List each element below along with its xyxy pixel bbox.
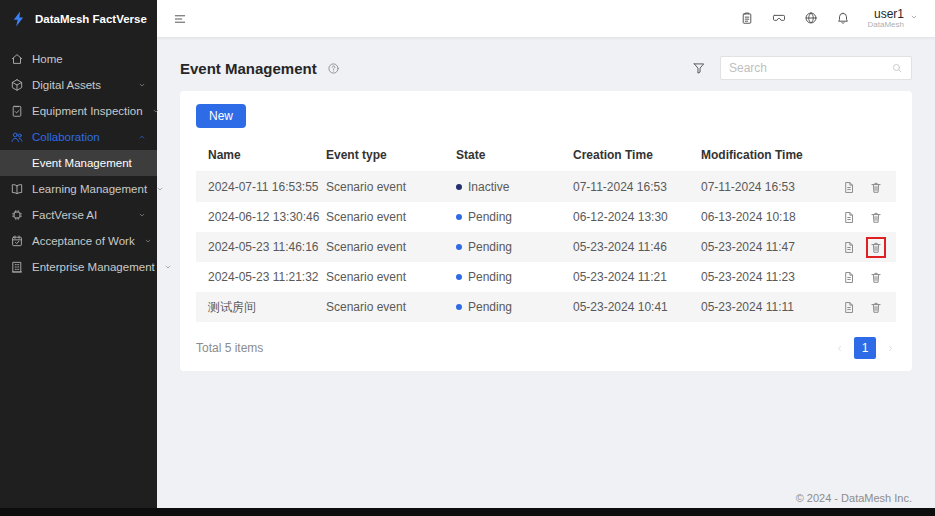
total-items-label: Total 5 items xyxy=(196,341,263,355)
cell-creation-time: 06-12-2024 13:30 xyxy=(573,210,701,224)
row-actions xyxy=(841,269,884,286)
user-name: user1 xyxy=(874,8,904,21)
column-header: Name xyxy=(208,148,326,162)
row-actions xyxy=(841,179,884,196)
cell-creation-time: 05-23-2024 11:21 xyxy=(573,270,701,284)
cell-state: Pending xyxy=(456,210,573,224)
cell-name: 测试房间 xyxy=(208,299,326,316)
brand: DataMesh FactVerse xyxy=(0,0,157,37)
topbar: user1 DataMesh xyxy=(157,0,935,37)
cell-name: 2024-06-12 13:30:46 xyxy=(208,210,326,224)
table-row: 2024-05-23 11:46:16Scenario eventPending… xyxy=(196,232,896,262)
state-dot xyxy=(456,244,462,250)
cell-event-type: Scenario event xyxy=(326,210,456,224)
cell-modification-time: 07-11-2024 16:53 xyxy=(701,180,849,194)
notification-bell-icon xyxy=(836,11,850,25)
trash-icon xyxy=(869,300,883,315)
cell-creation-time: 07-11-2024 16:53 xyxy=(573,180,701,194)
column-header: Event type xyxy=(326,148,456,162)
cell-state: Inactive xyxy=(456,180,573,194)
trash-icon xyxy=(869,180,883,195)
row-detail-button[interactable] xyxy=(841,179,857,196)
inspection-icon xyxy=(10,104,24,118)
sidebar-item-label: Home xyxy=(32,53,63,65)
acceptance-icon xyxy=(10,234,24,248)
search-box xyxy=(720,56,912,80)
chevron-down-icon xyxy=(151,106,161,116)
cell-creation-time: 05-23-2024 10:41 xyxy=(573,300,701,314)
file-text-icon xyxy=(842,270,856,285)
sidebar-item-label: Event Management xyxy=(32,157,132,169)
file-text-icon xyxy=(842,210,856,225)
sidebar-item-label: Equipment Inspection xyxy=(32,105,143,117)
sidebar-item-digital-assets[interactable]: Digital Assets xyxy=(0,72,157,98)
pagination-prev-button[interactable] xyxy=(834,343,845,354)
sidebar-item-event-management[interactable]: Event Management xyxy=(0,150,157,176)
main-area: user1 DataMesh Event Management New Name… xyxy=(157,0,935,516)
sidebar-item-learning-management[interactable]: Learning Management xyxy=(0,176,157,202)
cell-event-type: Scenario event xyxy=(326,240,456,254)
pagination-next-button[interactable] xyxy=(885,343,896,354)
cell-name: 2024-05-23 11:21:32 xyxy=(208,270,326,284)
chevron-left-icon xyxy=(834,343,845,354)
sidebar-item-label: Enterprise Management xyxy=(32,261,155,273)
trash-icon xyxy=(869,240,883,255)
vr-headset-button[interactable] xyxy=(772,11,786,25)
row-delete-button[interactable] xyxy=(868,269,884,286)
state-dot xyxy=(456,304,462,310)
page-header: Event Management xyxy=(180,55,912,81)
table-row: 2024-06-12 13:30:46Scenario eventPending… xyxy=(196,202,896,232)
copyright-text: © 2024 - DataMesh Inc. xyxy=(796,492,912,504)
brand-name: DataMesh FactVerse xyxy=(35,13,147,25)
search-input[interactable] xyxy=(729,61,891,75)
search-icon xyxy=(891,62,903,74)
row-detail-button[interactable] xyxy=(841,209,857,226)
vr-headset-icon xyxy=(772,11,786,25)
notification-bell-button[interactable] xyxy=(836,11,850,25)
cell-modification-time: 05-23-2024 11:47 xyxy=(701,240,849,254)
table-row: 2024-05-23 11:21:32Scenario eventPending… xyxy=(196,262,896,292)
sidebar-item-acceptance-of-work[interactable]: Acceptance of Work xyxy=(0,228,157,254)
sidebar-item-home[interactable]: Home xyxy=(0,46,157,72)
sidebar-item-label: FactVerse AI xyxy=(32,209,97,221)
user-menu[interactable]: user1 DataMesh xyxy=(868,8,919,30)
user-organization: DataMesh xyxy=(868,21,904,30)
sidebar-item-enterprise-management[interactable]: Enterprise Management xyxy=(0,254,157,280)
filter-button[interactable] xyxy=(692,61,706,75)
help-icon[interactable] xyxy=(324,62,337,75)
row-detail-button[interactable] xyxy=(841,239,857,256)
brand-logo-icon xyxy=(10,10,28,28)
row-delete-button[interactable] xyxy=(868,179,884,196)
assets-icon xyxy=(10,78,24,92)
row-delete-button[interactable] xyxy=(868,209,884,226)
sidebar-item-equipment-inspection[interactable]: Equipment Inspection xyxy=(0,98,157,124)
sidebar-item-factverse-ai[interactable]: FactVerse AI xyxy=(0,202,157,228)
sidebar-item-label: Collaboration xyxy=(32,131,100,143)
row-delete-button[interactable] xyxy=(868,299,884,316)
column-header: State xyxy=(456,148,573,162)
sidebar-toggle-button[interactable] xyxy=(173,12,187,26)
sidebar-item-label: Digital Assets xyxy=(32,79,101,91)
file-text-icon xyxy=(842,240,856,255)
chevron-down-icon xyxy=(155,184,165,194)
table-row: 测试房间Scenario eventPending05-23-2024 10:4… xyxy=(196,292,896,322)
column-header: Modification Time xyxy=(701,148,849,162)
state-dot xyxy=(456,214,462,220)
row-detail-button[interactable] xyxy=(841,299,857,316)
filter-funnel-icon xyxy=(692,61,706,75)
clipboard-icon xyxy=(740,11,754,25)
chevron-down-icon xyxy=(137,210,147,220)
sidebar-item-collaboration[interactable]: Collaboration xyxy=(0,124,157,150)
cell-name: 2024-05-23 11:46:16 xyxy=(208,240,326,254)
pagination-page-button[interactable]: 1 xyxy=(854,337,876,359)
chevron-up-icon xyxy=(137,132,147,142)
cell-modification-time: 05-23-2024 11:23 xyxy=(701,270,849,284)
cell-state: Pending xyxy=(456,240,573,254)
row-detail-button[interactable] xyxy=(841,269,857,286)
cell-event-type: Scenario event xyxy=(326,180,456,194)
clipboard-button[interactable] xyxy=(740,11,754,25)
new-button[interactable]: New xyxy=(196,104,246,128)
language-globe-button[interactable] xyxy=(804,11,818,25)
row-actions xyxy=(841,209,884,226)
row-delete-button[interactable] xyxy=(868,239,884,256)
